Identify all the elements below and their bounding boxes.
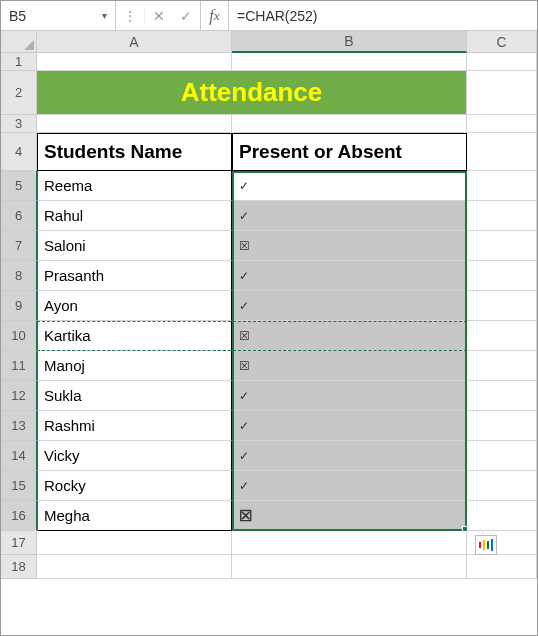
formula-input[interactable]: =CHAR(252) (229, 1, 537, 30)
col-header-b[interactable]: B (232, 31, 467, 53)
check-icon: ✓ (239, 179, 249, 193)
cell[interactable] (467, 351, 537, 381)
student-name-cell[interactable]: Manoj (37, 351, 232, 381)
quick-analysis-icon[interactable] (475, 535, 497, 555)
student-name-cell[interactable]: Rahul (37, 201, 232, 231)
name-box[interactable]: B5 ▾ (1, 1, 116, 30)
row-header[interactable]: 6 (1, 201, 38, 231)
column-header-row: A B C (1, 31, 537, 53)
cell[interactable] (232, 531, 467, 555)
student-name-cell[interactable]: Rocky (37, 471, 232, 501)
cell[interactable] (232, 115, 467, 133)
row-header[interactable]: 11 (1, 351, 38, 381)
cell[interactable] (467, 291, 537, 321)
attendance-mark-cell[interactable]: ✓ (232, 381, 467, 411)
check-icon: ✓ (239, 269, 249, 283)
cells-area: Attendance Students Name Present or Abse… (37, 53, 537, 579)
formula-bar-row: B5 ▾ ⋮ ✕ ✓ fx =CHAR(252) (1, 1, 537, 31)
formula-buttons: ⋮ ✕ ✓ (116, 1, 201, 30)
table-header-b[interactable]: Present or Absent (232, 133, 467, 171)
cell[interactable] (467, 441, 537, 471)
attendance-mark-cell[interactable]: ✓ (232, 171, 467, 201)
student-name-cell[interactable]: Reema (37, 171, 232, 201)
row-header[interactable]: 7 (1, 231, 38, 261)
row-header[interactable]: 1 (1, 53, 37, 71)
row-header[interactable]: 16 (1, 501, 38, 531)
cross-icon: ☒ (239, 329, 250, 343)
cell[interactable] (232, 53, 467, 71)
row-header[interactable]: 2 (1, 71, 37, 115)
attendance-mark-cell[interactable]: ✓ (232, 471, 467, 501)
student-name-cell[interactable]: Saloni (37, 231, 232, 261)
cell[interactable] (467, 261, 537, 291)
cell[interactable] (467, 471, 537, 501)
enter-icon[interactable]: ✓ (172, 8, 200, 24)
cell[interactable] (37, 555, 232, 579)
cell[interactable] (467, 201, 537, 231)
student-name-cell[interactable]: Vicky (37, 441, 232, 471)
check-icon: ✓ (239, 299, 249, 313)
cell[interactable] (467, 71, 537, 115)
student-name-cell[interactable]: Ayon (37, 291, 232, 321)
attendance-mark-cell[interactable]: ☒ (232, 351, 467, 381)
cell[interactable] (467, 411, 537, 441)
title-cell[interactable]: Attendance (37, 71, 467, 115)
cell[interactable] (467, 381, 537, 411)
attendance-mark-cell[interactable]: ☒ (232, 501, 467, 531)
cell[interactable] (467, 133, 537, 171)
cell[interactable] (37, 531, 232, 555)
select-all-triangle-icon (24, 40, 34, 50)
student-name-cell[interactable]: Prasanth (37, 261, 232, 291)
worksheet: A B C 1 2 3 4 5 6 7 8 9 10 11 12 13 14 1… (1, 31, 537, 579)
attendance-mark-cell[interactable]: ✓ (232, 261, 467, 291)
row-header[interactable]: 3 (1, 115, 37, 133)
student-name-cell[interactable]: Megha (37, 501, 232, 531)
row-header[interactable]: 14 (1, 441, 38, 471)
col-header-c[interactable]: C (467, 31, 537, 52)
cell[interactable] (467, 231, 537, 261)
cancel-icon[interactable]: ✕ (144, 8, 172, 24)
row-header[interactable]: 17 (1, 531, 37, 555)
fx-icon[interactable]: fx (201, 1, 229, 30)
cell[interactable] (467, 501, 537, 531)
col-header-a[interactable]: A (37, 31, 232, 52)
check-icon: ✓ (239, 479, 249, 493)
dots-icon[interactable]: ⋮ (116, 8, 144, 24)
check-icon: ✓ (239, 209, 249, 223)
attendance-mark-cell[interactable]: ✓ (232, 201, 467, 231)
student-name-cell[interactable]: Rashmi (37, 411, 232, 441)
cell[interactable] (467, 115, 537, 133)
cross-icon: ☒ (239, 359, 250, 373)
row-header[interactable]: 12 (1, 381, 38, 411)
chevron-down-icon[interactable]: ▾ (102, 10, 107, 21)
select-all-corner[interactable] (1, 31, 37, 52)
attendance-mark-cell[interactable]: ☒ (232, 321, 467, 351)
row-header[interactable]: 18 (1, 555, 37, 579)
row-header[interactable]: 13 (1, 411, 38, 441)
student-name-cell[interactable]: Kartika (37, 321, 232, 351)
cell[interactable] (467, 555, 537, 579)
grid-body: 1 2 3 4 5 6 7 8 9 10 11 12 13 14 15 16 1… (1, 53, 537, 579)
student-name-cell[interactable]: Sukla (37, 381, 232, 411)
row-header[interactable]: 10 (1, 321, 38, 351)
check-icon: ✓ (239, 419, 249, 433)
attendance-mark-cell[interactable]: ✓ (232, 411, 467, 441)
attendance-mark-cell[interactable]: ☒ (232, 231, 467, 261)
row-headers: 1 2 3 4 5 6 7 8 9 10 11 12 13 14 15 16 1… (1, 53, 37, 579)
cell[interactable] (467, 321, 537, 351)
attendance-mark-cell[interactable]: ✓ (232, 291, 467, 321)
cell[interactable] (467, 171, 537, 201)
check-icon: ✓ (239, 449, 249, 463)
table-header-a[interactable]: Students Name (37, 133, 232, 171)
row-header[interactable]: 8 (1, 261, 38, 291)
cell[interactable] (37, 53, 232, 71)
cell[interactable] (467, 53, 537, 71)
attendance-mark-cell[interactable]: ✓ (232, 441, 467, 471)
cell[interactable] (37, 115, 232, 133)
cell[interactable] (232, 555, 467, 579)
name-box-value: B5 (9, 8, 26, 24)
row-header[interactable]: 9 (1, 291, 38, 321)
row-header[interactable]: 15 (1, 471, 38, 501)
row-header[interactable]: 4 (1, 133, 37, 171)
row-header[interactable]: 5 (1, 171, 38, 201)
